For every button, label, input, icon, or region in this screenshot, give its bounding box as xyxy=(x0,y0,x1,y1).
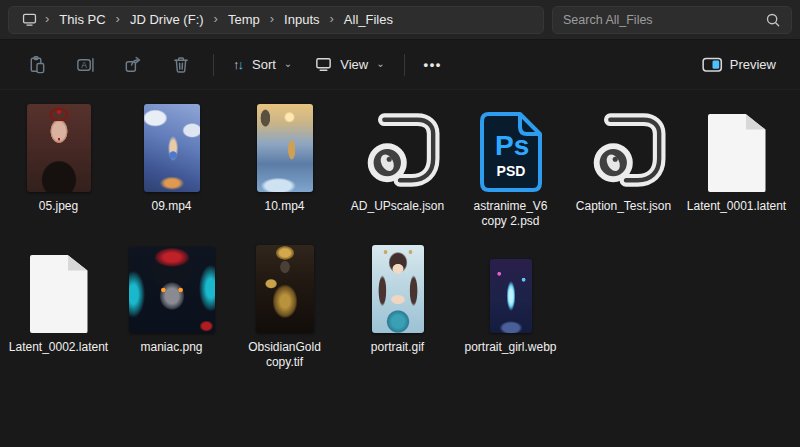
video-thumbnail xyxy=(144,104,200,192)
image-thumbnail xyxy=(490,259,532,333)
chevron-right-icon: › xyxy=(212,11,220,26)
preview-button[interactable]: Preview xyxy=(692,49,786,81)
see-more-icon: ••• xyxy=(424,57,442,72)
breadcrumb-inputs[interactable]: Inputs xyxy=(277,12,326,27)
file-name: ObsidianGold copy.tif xyxy=(232,340,338,374)
toolbar-divider xyxy=(404,54,405,76)
search-icon[interactable] xyxy=(765,12,781,28)
video-thumbnail xyxy=(257,104,313,192)
chevron-down-icon: ⌄ xyxy=(284,58,292,69)
file-item-09-mp4[interactable]: 09.mp4 xyxy=(115,100,228,233)
share-button[interactable] xyxy=(110,48,156,82)
file-row-1: 05.jpeg 09.mp4 10.mp4 AD_UPscale.json xyxy=(2,100,800,241)
file-item-maniac-png[interactable]: maniac.png xyxy=(115,241,228,374)
file-name: portrait.gif xyxy=(371,340,424,374)
breadcrumb-this-pc[interactable]: This PC xyxy=(52,12,112,27)
file-name: 10.mp4 xyxy=(264,199,304,233)
file-item-latent-0001[interactable]: Latent_0001.latent xyxy=(680,100,793,233)
svg-text:A: A xyxy=(81,60,87,70)
preview-icon xyxy=(702,56,723,74)
chevron-right-icon: › xyxy=(43,11,51,26)
json-file-icon xyxy=(581,108,667,192)
paste-icon xyxy=(27,55,47,75)
json-file-icon xyxy=(355,108,441,192)
file-item-latent-0002[interactable]: Latent_0002.latent xyxy=(2,241,115,374)
trash-icon xyxy=(171,55,191,75)
view-button[interactable]: View ⌄ xyxy=(304,48,394,81)
file-item-astranime-psd[interactable]: Ps PSD astranime_V6 copy 2.psd xyxy=(454,100,567,233)
address-bar[interactable]: › This PC › JD Drive (F:) › Temp › Input… xyxy=(8,6,544,34)
file-name: portrait_girl.webp xyxy=(464,340,556,374)
image-thumbnail xyxy=(27,104,91,192)
chevron-right-icon: › xyxy=(328,11,336,26)
share-icon xyxy=(123,55,143,75)
address-bar-row: › This PC › JD Drive (F:) › Temp › Input… xyxy=(0,0,800,40)
paste-button[interactable] xyxy=(14,48,60,82)
rename-icon: A xyxy=(75,55,95,75)
file-row-2: Latent_0002.latent maniac.png ObsidianGo… xyxy=(2,241,800,382)
file-item-portrait-gif[interactable]: portrait.gif xyxy=(341,241,454,374)
file-name: Latent_0001.latent xyxy=(687,199,786,233)
file-item-caption-test-json[interactable]: Caption_Test.json xyxy=(567,100,680,233)
file-item-10-mp4[interactable]: 10.mp4 xyxy=(228,100,341,233)
file-item-obsidiangold-tif[interactable]: ObsidianGold copy.tif xyxy=(228,241,341,374)
view-icon xyxy=(314,55,333,74)
file-item-05-jpeg[interactable]: 05.jpeg xyxy=(2,100,115,233)
chevron-right-icon: › xyxy=(268,11,276,26)
file-name: 05.jpeg xyxy=(39,199,78,233)
breadcrumb-all-files[interactable]: All_Files xyxy=(337,12,400,27)
image-thumbnail xyxy=(129,247,215,333)
view-label: View xyxy=(340,57,368,72)
file-list: 05.jpeg 09.mp4 10.mp4 AD_UPscale.json xyxy=(0,90,800,382)
image-thumbnail xyxy=(256,245,314,333)
file-item-ad-upscale-json[interactable]: AD_UPscale.json xyxy=(341,100,454,233)
blank-document-icon xyxy=(708,114,766,192)
breadcrumb-jd-drive[interactable]: JD Drive (F:) xyxy=(123,12,211,27)
sort-label: Sort xyxy=(252,57,276,72)
image-thumbnail xyxy=(372,245,424,333)
chevron-right-icon: › xyxy=(114,11,122,26)
chevron-down-icon: ⌄ xyxy=(376,58,384,69)
psd-file-icon: Ps PSD xyxy=(480,112,542,192)
file-name: maniac.png xyxy=(140,340,202,374)
file-name: AD_UPscale.json xyxy=(351,199,444,233)
sort-icon: ↑↓ xyxy=(233,57,242,72)
this-pc-icon xyxy=(17,11,42,28)
file-item-portrait-girl-webp[interactable]: portrait_girl.webp xyxy=(454,241,567,374)
command-bar: A ↑↓ Sort ⌄ View ⌄ ••• xyxy=(0,40,800,90)
blank-document-icon xyxy=(30,255,88,333)
sort-button[interactable]: ↑↓ Sort ⌄ xyxy=(223,50,302,79)
search-box[interactable]: Search All_Files xyxy=(552,6,792,34)
delete-button[interactable] xyxy=(158,48,204,82)
svg-text:PSD: PSD xyxy=(496,163,525,179)
rename-button[interactable]: A xyxy=(62,48,108,82)
file-name: Caption_Test.json xyxy=(576,199,671,233)
svg-text:Ps: Ps xyxy=(495,130,529,161)
file-name: Latent_0002.latent xyxy=(9,340,108,374)
breadcrumb-temp[interactable]: Temp xyxy=(221,12,267,27)
search-placeholder: Search All_Files xyxy=(563,13,653,27)
preview-label: Preview xyxy=(730,57,776,72)
file-name: astranime_V6 copy 2.psd xyxy=(468,199,554,233)
toolbar-divider xyxy=(213,54,214,76)
file-name: 09.mp4 xyxy=(151,199,191,233)
see-more-button[interactable]: ••• xyxy=(414,50,452,79)
